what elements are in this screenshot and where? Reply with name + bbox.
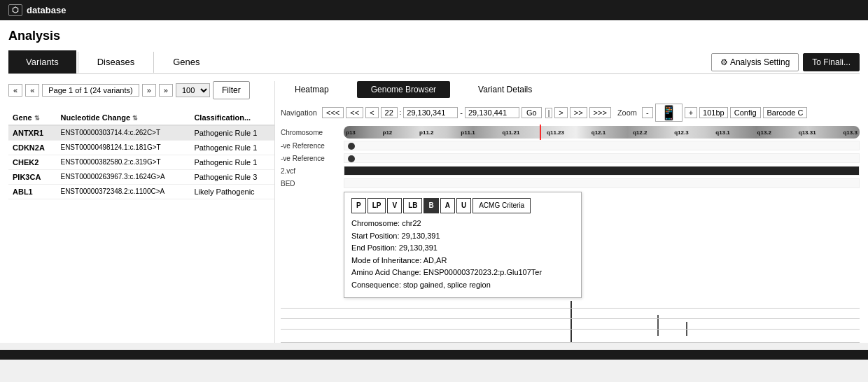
track-line-4 — [281, 342, 860, 343]
track-row-2: -ve Reference — [281, 153, 860, 164]
genome-tracks-lower — [281, 301, 860, 343]
chromosome-band: p13 p12 p11.2 p11.1 q11.21 q11.23 q12.1 … — [344, 126, 860, 139]
last-page-button[interactable]: » — [159, 84, 173, 97]
nav-label: Navigation — [281, 108, 317, 117]
band-q13-31: q13.31 — [799, 129, 816, 136]
badge-A: A — [440, 198, 455, 213]
genome-browser-panel: Heatmap Genome Browser Variant Details N… — [274, 81, 860, 343]
table-row[interactable]: ANTXR1 ENST00000303714.4:c.262C>T Pathog… — [8, 125, 274, 141]
nav-separator: | — [545, 108, 553, 118]
band-q13-2: q13.2 — [757, 129, 771, 136]
tab-variants[interactable]: Variants — [8, 50, 76, 73]
nav-next-button[interactable]: > — [554, 107, 567, 118]
genome-nav: Navigation <<< << < 22 : - Go | > >> >>>… — [281, 104, 860, 122]
zoom-minus-button[interactable]: - — [642, 107, 653, 118]
config-button[interactable]: Config — [730, 107, 761, 118]
pagination-controls: « « Page 1 of 1 (24 variants) » » 100 50… — [8, 81, 274, 99]
table-row[interactable]: CHEK2 ENST00000382580.2:c.319G>T Pathoge… — [8, 155, 274, 170]
band-q13-3: q13.3 — [843, 129, 857, 136]
badge-V: V — [387, 198, 402, 213]
prev-prev-button[interactable]: « — [25, 84, 39, 97]
track-body-bed — [344, 178, 860, 188]
analysis-setting-button[interactable]: ⚙ Analysis Setting — [711, 53, 799, 71]
tooltip-badges: P LP V LB B A U ACMG Criteria — [351, 198, 574, 213]
tooltip-start: Start Position: 29,130,391 — [351, 230, 574, 243]
band-p12: p12 — [383, 129, 393, 136]
page-info: Page 1 of 1 (24 variants) — [42, 84, 139, 97]
cell-nucleotide: ENST00000303714.4:c.262C>T — [56, 125, 190, 141]
cell-classification: Pathogenic Rule 1 — [190, 141, 274, 155]
sub-tab-genome-browser[interactable]: Genome Browser — [357, 81, 450, 98]
page-size-select[interactable]: 100 50 200 — [176, 83, 210, 97]
app-name: database — [27, 5, 66, 15]
col-nucleotide: Nucleotide Change ⇅ — [56, 111, 190, 125]
zoom-plus-button[interactable]: + — [685, 107, 697, 118]
cell-gene: ANTXR1 — [8, 125, 56, 141]
band-q11-21: q11.21 — [502, 129, 519, 136]
go-button[interactable]: Go — [522, 107, 542, 118]
tab-separator-1 — [78, 52, 78, 73]
mobile-icon: 📱 — [655, 104, 682, 122]
table-row[interactable]: ABL1 ENST00000372348.2:c.1100C>A Likely … — [8, 185, 274, 199]
variant-tooltip: P LP V LB B A U ACMG Criteria Chromosome… — [344, 192, 582, 298]
acmg-criteria-badge[interactable]: ACMG Criteria — [472, 198, 531, 213]
col-classification: Classification... — [190, 111, 274, 125]
tabs-right-actions: ⚙ Analysis Setting To Finali... — [711, 53, 860, 71]
cell-nucleotide: ENST00000263967.3:c.1624G>A — [56, 170, 190, 185]
chromosome-label: Chromosome — [281, 129, 344, 136]
table-row[interactable]: PIK3CA ENST00000263967.3:c.1624G>A Patho… — [8, 170, 274, 185]
track-label-bed: BED — [281, 180, 344, 188]
track-body-1 — [344, 141, 860, 150]
cell-gene: ABL1 — [8, 185, 56, 199]
variant-bar-center — [570, 301, 572, 343]
track-body-2 — [344, 153, 860, 163]
track-dot-2 — [348, 155, 355, 162]
start-pos-input[interactable] — [403, 107, 458, 118]
nav-first-button[interactable]: <<< — [322, 107, 344, 118]
tabs-row: Variants Diseases Genes ⚙ Analysis Setti… — [8, 50, 860, 74]
nav-prev-button[interactable]: < — [365, 107, 378, 118]
sub-tab-heatmap[interactable]: Heatmap — [281, 81, 343, 98]
nav-prev2-button[interactable]: << — [346, 107, 363, 118]
barcode-button[interactable]: Barcode C — [763, 107, 808, 118]
track-line-1 — [281, 308, 860, 309]
zoom-label: Zoom — [617, 108, 637, 117]
band-p13: p13 — [346, 129, 356, 136]
main-content: Analysis Variants Diseases Genes ⚙ Analy… — [0, 20, 868, 343]
tooltip-consequence: Consequence: stop gained, splice region — [351, 279, 574, 292]
tab-diseases[interactable]: Diseases — [80, 50, 152, 73]
position-indicator — [540, 125, 541, 140]
tab-genes[interactable]: Genes — [155, 50, 217, 73]
cell-nucleotide: ENST00000382580.2:c.319G>T — [56, 155, 190, 170]
first-page-button[interactable]: « — [8, 84, 22, 97]
top-bar: ⬡ database — [0, 0, 868, 20]
bottom-bar — [0, 350, 868, 360]
content-row: « « Page 1 of 1 (24 variants) » » 100 50… — [8, 81, 860, 343]
end-pos-input[interactable] — [465, 107, 519, 118]
tooltip-mode: Mode of Inheritance: AD,AR — [351, 255, 574, 267]
track-dot-1 — [348, 143, 355, 150]
band-p11-1: p11.1 — [461, 129, 475, 136]
track-row-1: -ve Reference — [281, 140, 860, 151]
track-row-3: 2.vcf — [281, 165, 860, 176]
cell-nucleotide: ENST00000372348.2:c.1100C>A — [56, 185, 190, 199]
tab-separator-2 — [153, 52, 154, 73]
chromosome-band-container: p13 p12 p11.2 p11.1 q11.21 q11.23 q12.1 … — [344, 126, 860, 139]
cell-classification: Likely Pathogenic — [190, 185, 274, 199]
cell-classification: Pathogenic Rule 3 — [190, 170, 274, 185]
nav-next2-button[interactable]: >> — [570, 107, 587, 118]
track-label-1: -ve Reference — [281, 142, 344, 150]
filter-button[interactable]: Filter — [213, 81, 250, 99]
finalize-button[interactable]: To Finali... — [803, 53, 860, 71]
next-button[interactable]: » — [142, 84, 156, 97]
band-q11-23: q11.23 — [547, 129, 564, 136]
table-row[interactable]: CDKN2A ENST00000498124.1:c.181G>T Pathog… — [8, 141, 274, 155]
database-icon: ⬡ — [8, 4, 22, 16]
left-panel: « « Page 1 of 1 (24 variants) » » 100 50… — [8, 81, 274, 343]
nav-next3-button[interactable]: >>> — [589, 107, 611, 118]
page-title: Analysis — [8, 29, 860, 43]
sub-tab-variant-details[interactable]: Variant Details — [464, 81, 546, 98]
variants-table: Gene ⇅ Nucleotide Change ⇅ Classificatio… — [8, 111, 274, 199]
badge-LB: LB — [403, 198, 422, 213]
chr-num: 22 — [381, 107, 398, 118]
